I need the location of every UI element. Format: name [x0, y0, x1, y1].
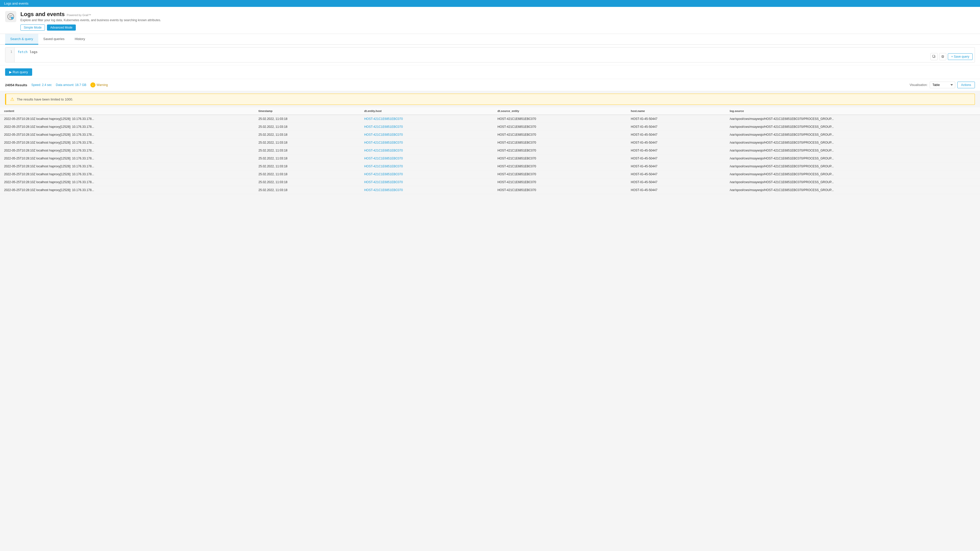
- table-cell-row4-col2[interactable]: HOST-421C1E6851EBC070: [360, 147, 493, 155]
- col-header-content: content: [0, 107, 255, 115]
- svg-rect-3: [932, 55, 935, 57]
- tab-saved-queries[interactable]: Saved queries: [38, 34, 70, 44]
- page-subtitle: Explore and filter your log data, Kubern…: [21, 18, 975, 22]
- warning-message: The results have been limited to 1000.: [17, 97, 73, 101]
- query-editor-section: 1 fetch logs + Save query: [0, 44, 980, 65]
- visualisation-label: Visualisation:: [910, 83, 928, 87]
- table-cell-row4-col0: 2022-05-25T10:28:10Z localhost haproxy[1…: [0, 147, 255, 155]
- run-query-button[interactable]: ▶ Run query: [5, 68, 32, 76]
- table-cell-row9-col1: 25.02.2022, 11:03:18: [255, 186, 360, 194]
- visualisation-select[interactable]: Table Bar chart Line chart: [930, 82, 955, 88]
- warning-count-badge: 2: [90, 83, 95, 87]
- save-query-button[interactable]: + Save query: [948, 53, 973, 60]
- table-cell-row3-col0: 2022-05-25T10:28:10Z localhost haproxy[1…: [0, 139, 255, 147]
- col-header-log-source: log.source: [725, 107, 980, 115]
- table-cell-row1-col2[interactable]: HOST-421C1E6851EBC070: [360, 123, 493, 131]
- editor-actions: + Save query: [931, 53, 973, 60]
- table-cell-row9-col4: HOST-IG-45-50447: [627, 186, 725, 194]
- table-cell-row7-col3: HOST-421C1E6851EBC070: [493, 170, 627, 178]
- table-cell-row0-col0: 2022-05-25T10:28:10Z localhost haproxy[1…: [0, 115, 255, 123]
- table-cell-row1-col1: 25.02.2022, 11:03:18: [255, 123, 360, 131]
- results-speed: Speed: 2.4 sec: [32, 83, 52, 87]
- table-row[interactable]: 2022-05-25T10:28:10Z localhost haproxy[1…: [0, 115, 980, 123]
- table-cell-row5-col2[interactable]: HOST-421C1E6851EBC070: [360, 155, 493, 162]
- mode-buttons: Simple Mode Advanced Mode: [21, 24, 975, 30]
- editor-box: 1 fetch logs + Save query: [5, 47, 975, 62]
- table-cell-row3-col3: HOST-421C1E6851EBC070: [493, 139, 627, 147]
- table-cell-row0-col5: /var/spool/cws/msaywsjo/HOST-421C1E6851E…: [725, 115, 980, 123]
- table-cell-row8-col5: /var/spool/cws/msaywsjo/HOST-421C1E6851E…: [725, 178, 980, 186]
- table-cell-row5-col0: 2022-05-25T10:28:10Z localhost haproxy[1…: [0, 155, 255, 162]
- table-cell-row5-col3: HOST-421C1E6851EBC070: [493, 155, 627, 162]
- table-header-row: content timestamp dt.entity.host dt.sour…: [0, 107, 980, 115]
- actions-button[interactable]: Actions: [957, 82, 975, 88]
- table-cell-row6-col1: 25.02.2022, 11:03:18: [255, 162, 360, 170]
- tab-history[interactable]: History: [70, 34, 90, 44]
- table-row[interactable]: 2022-05-25T10:28:10Z localhost haproxy[1…: [0, 186, 980, 194]
- advanced-mode-button[interactable]: Advanced Mode: [47, 24, 76, 30]
- simple-mode-button[interactable]: Simple Mode: [21, 24, 45, 30]
- results-data-amount: Data amount: 18.7 GB: [56, 83, 86, 87]
- results-bar: 24054 Results Speed: 2.4 sec Data amount…: [0, 79, 980, 91]
- delete-query-button[interactable]: [939, 53, 946, 60]
- editor-content[interactable]: fetch logs: [14, 48, 975, 62]
- copy-query-button[interactable]: [931, 53, 938, 60]
- table-cell-row3-col2[interactable]: HOST-421C1E6851EBC070: [360, 139, 493, 147]
- top-bar-label: Logs and events: [4, 2, 28, 5]
- table-cell-row9-col2[interactable]: HOST-421C1E6851EBC070: [360, 186, 493, 194]
- warning-triangle-icon: ⚠: [10, 97, 14, 102]
- table-cell-row6-col4: HOST-IG-45-50447: [627, 162, 725, 170]
- table-cell-row4-col4: HOST-IG-45-50447: [627, 147, 725, 155]
- line-numbers: 1: [5, 48, 14, 62]
- table-cell-row8-col3: HOST-421C1E6851EBC070: [493, 178, 627, 186]
- table-cell-row2-col5: /var/spool/cws/msaywsjo/HOST-421C1E6851E…: [725, 131, 980, 139]
- results-table-wrapper: content timestamp dt.entity.host dt.sour…: [0, 107, 980, 194]
- top-bar: Logs and events: [0, 0, 980, 7]
- warning-badge[interactable]: 2 Warning: [90, 83, 108, 87]
- table-cell-row2-col1: 25.02.2022, 11:03:18: [255, 131, 360, 139]
- tabs-bar: Search & query Saved queries History: [0, 34, 980, 44]
- table-cell-row4-col1: 25.02.2022, 11:03:18: [255, 147, 360, 155]
- table-cell-row2-col4: HOST-IG-45-50447: [627, 131, 725, 139]
- results-label: Results: [15, 83, 27, 87]
- table-row[interactable]: 2022-05-25T10:28:10Z localhost haproxy[1…: [0, 131, 980, 139]
- warning-banner: ⚠ The results have been limited to 1000.: [5, 94, 975, 105]
- table-row[interactable]: 2022-05-25T10:28:10Z localhost haproxy[1…: [0, 162, 980, 170]
- query-keyword: fetch: [18, 50, 27, 54]
- page-title: Logs and events Powered by Grail™: [21, 11, 975, 17]
- table-cell-row9-col3: HOST-421C1E6851EBC070: [493, 186, 627, 194]
- table-cell-row0-col2[interactable]: HOST-421C1E6851EBC070: [360, 115, 493, 123]
- table-cell-row1-col5: /var/spool/cws/msaywsjo/HOST-421C1E6851E…: [725, 123, 980, 131]
- table-cell-row3-col5: /var/spool/cws/msaywsjo/HOST-421C1E6851E…: [725, 139, 980, 147]
- col-header-dt-source-entity: dt.source_entity: [493, 107, 627, 115]
- table-row[interactable]: 2022-05-25T10:28:10Z localhost haproxy[1…: [0, 178, 980, 186]
- table-cell-row2-col0: 2022-05-25T10:28:10Z localhost haproxy[1…: [0, 131, 255, 139]
- table-cell-row7-col1: 25.02.2022, 11:03:18: [255, 170, 360, 178]
- table-cell-row3-col4: HOST-IG-45-50447: [627, 139, 725, 147]
- table-row[interactable]: 2022-05-25T10:28:10Z localhost haproxy[1…: [0, 170, 980, 178]
- col-header-timestamp: timestamp: [255, 107, 360, 115]
- table-cell-row7-col2[interactable]: HOST-421C1E6851EBC070: [360, 170, 493, 178]
- table-cell-row4-col3: HOST-421C1E6851EBC070: [493, 147, 627, 155]
- table-cell-row6-col3: HOST-421C1E6851EBC070: [493, 162, 627, 170]
- warning-label: Warning: [97, 83, 108, 87]
- table-cell-row9-col0: 2022-05-25T10:28:10Z localhost haproxy[1…: [0, 186, 255, 194]
- table-cell-row8-col4: HOST-IG-45-50447: [627, 178, 725, 186]
- table-cell-row7-col4: HOST-IG-45-50447: [627, 170, 725, 178]
- table-cell-row6-col2[interactable]: HOST-421C1E6851EBC070: [360, 162, 493, 170]
- results-count: 24054 Results: [5, 83, 27, 87]
- table-cell-row1-col3: HOST-421C1E6851EBC070: [493, 123, 627, 131]
- table-row[interactable]: 2022-05-25T10:28:10Z localhost haproxy[1…: [0, 139, 980, 147]
- table-cell-row0-col3: HOST-421C1E6851EBC070: [493, 115, 627, 123]
- table-cell-row6-col0: 2022-05-25T10:28:10Z localhost haproxy[1…: [0, 162, 255, 170]
- table-cell-row0-col1: 25.02.2022, 11:03:18: [255, 115, 360, 123]
- tab-search-query[interactable]: Search & query: [5, 34, 38, 44]
- table-row[interactable]: 2022-05-25T10:28:10Z localhost haproxy[1…: [0, 123, 980, 131]
- table-cell-row8-col2[interactable]: HOST-421C1E6851EBC070: [360, 178, 493, 186]
- table-cell-row2-col3: HOST-421C1E6851EBC070: [493, 131, 627, 139]
- table-cell-row4-col5: /var/spool/cws/msaywsjo/HOST-421C1E6851E…: [725, 147, 980, 155]
- table-row[interactable]: 2022-05-25T10:28:10Z localhost haproxy[1…: [0, 147, 980, 155]
- table-cell-row2-col2[interactable]: HOST-421C1E6851EBC070: [360, 131, 493, 139]
- query-rest: logs: [27, 50, 38, 54]
- table-row[interactable]: 2022-05-25T10:28:10Z localhost haproxy[1…: [0, 155, 980, 162]
